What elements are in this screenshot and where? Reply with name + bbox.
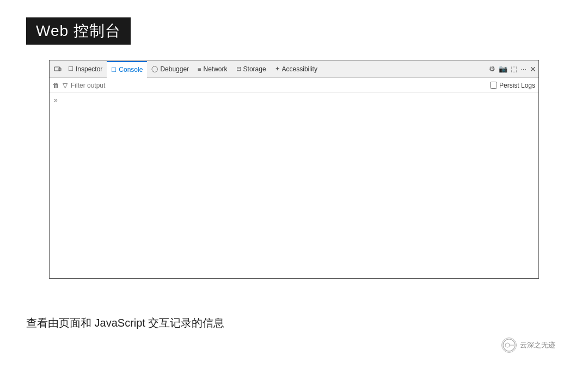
tab-debugger-label: Debugger [160, 65, 189, 73]
inspector-icon: ☐ [68, 65, 74, 72]
close-button[interactable]: ✕ [530, 65, 536, 73]
tab-accessibility-label: Accessibility [282, 65, 317, 73]
devtools-tab-bar: ☐ Inspector ☐ Console ◯ Debugger ≡ Netwo… [50, 60, 538, 78]
persist-logs-control: Persist Logs [490, 82, 535, 89]
tab-network-label: Network [204, 65, 228, 73]
console-icon: ☐ [111, 66, 117, 73]
title-bar: Web 控制台 [26, 17, 562, 45]
tab-accessibility[interactable]: ✦ Accessibility [271, 60, 322, 77]
persist-logs-checkbox[interactable] [490, 82, 497, 89]
filter-input[interactable] [71, 82, 487, 89]
tab-inspector[interactable]: ☐ Inspector [64, 60, 107, 77]
watermark-logo [501, 338, 517, 353]
tab-storage-label: Storage [243, 65, 266, 73]
watermark: 云深之无迹 [501, 338, 555, 353]
tab-console[interactable]: ☐ Console [107, 61, 147, 78]
more-icon[interactable]: ··· [520, 65, 526, 73]
filter-icon[interactable]: ▽ [63, 82, 68, 89]
svg-point-3 [505, 343, 510, 347]
debugger-icon: ◯ [151, 65, 158, 72]
tab-storage[interactable]: ⊟ Storage [232, 60, 271, 77]
watermark-text: 云深之无迹 [520, 340, 555, 350]
console-toolbar: 🗑 ▽ Persist Logs [50, 78, 538, 93]
tab-debugger[interactable]: ◯ Debugger [147, 60, 193, 77]
storage-icon: ⊟ [236, 65, 241, 72]
network-icon: ≡ [198, 66, 201, 72]
tab-console-label: Console [119, 66, 143, 73]
page-title: Web 控制台 [26, 17, 131, 45]
prompt-icon: » [54, 96, 58, 104]
devtools-toolbar-right: ⚙ 📷 ⬚ ··· ✕ [489, 65, 536, 73]
screenshot-icon[interactable]: 📷 [499, 65, 507, 73]
console-content: » [50, 93, 538, 278]
description-text: 查看由页面和 JavaScript 交互记录的信息 [0, 316, 588, 330]
clear-icon[interactable]: 🗑 [53, 82, 59, 89]
devtools-window: ☐ Inspector ☐ Console ◯ Debugger ≡ Netwo… [49, 60, 539, 279]
dock-icon[interactable]: ⬚ [511, 65, 517, 73]
responsive-design-icon[interactable] [52, 65, 64, 73]
persist-logs-label: Persist Logs [499, 82, 535, 89]
tab-inspector-label: Inspector [76, 65, 102, 73]
accessibility-icon: ✦ [275, 65, 280, 72]
settings-icon[interactable]: ⚙ [489, 65, 495, 73]
tab-network[interactable]: ≡ Network [193, 60, 231, 77]
